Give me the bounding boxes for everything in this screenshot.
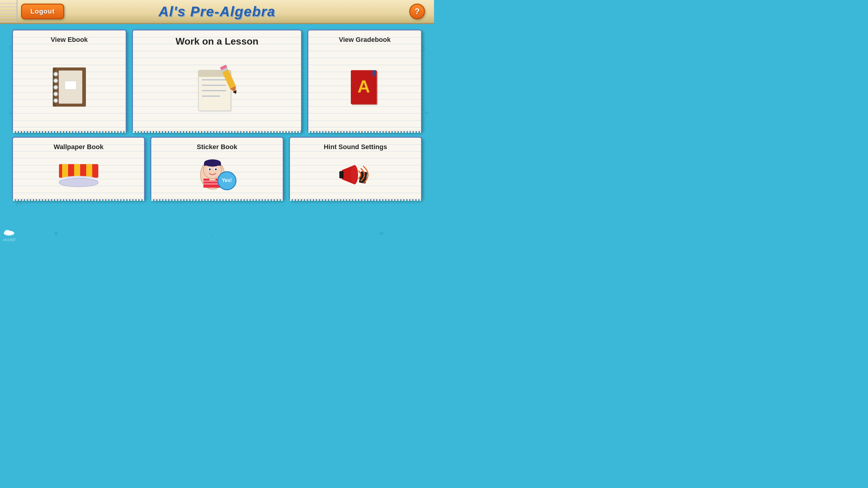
svg-point-22 [54,78,58,83]
ebook-icon [53,67,86,107]
svg-text:⚙: ⚙ [380,231,384,236]
logout-button[interactable]: Logout [21,4,64,19]
svg-point-24 [54,92,58,96]
cloud-icon [3,228,15,237]
work-lesson-card[interactable]: Work on a Lesson [132,30,302,132]
view-gradebook-card[interactable]: View Gradebook A [307,30,422,132]
svg-text:⚙: ⚙ [54,231,58,236]
wallpaper-book-title: Wallpaper Book [54,143,103,151]
app-title: Al's Pre-Algebra [158,3,276,20]
view-ebook-icon-area [53,47,86,127]
view-ebook-title: View Ebook [51,36,88,44]
grade-letter: A [358,76,370,96]
svg-rect-43 [56,164,101,178]
svg-text:♪: ♪ [211,234,213,239]
svg-point-61 [209,168,211,170]
hint-sound-icon-area [333,155,378,195]
svg-rect-70 [339,171,344,178]
svg-rect-20 [65,81,76,90]
wallpaper-book-card[interactable]: Wallpaper Book [12,137,145,200]
svg-point-73 [8,231,13,235]
svg-rect-64 [204,163,221,166]
view-gradebook-title: View Gradebook [339,36,391,44]
top-card-row: View Ebook [12,30,422,132]
wallpaper-svg [56,161,101,188]
lesson-svg [193,62,241,116]
ebook-svg [53,67,86,107]
svg-point-69 [351,165,358,184]
svg-point-23 [54,85,58,90]
view-gradebook-icon-area: A [350,47,380,127]
speaker-svg [333,160,378,190]
cloud-svg [3,228,15,236]
wallpaper-icon-area [56,155,101,195]
sticker-book-title: Sticker Book [197,143,238,151]
sticker-book-card[interactable]: Sticker Book [150,137,283,200]
gradebook-svg: A [350,69,380,105]
view-ebook-card[interactable]: View Ebook [12,30,127,132]
app-header: Logout Al's Pre-Algebra ? [0,0,434,24]
svg-text:Yes!: Yes! [222,178,232,183]
help-button[interactable]: ? [409,4,425,19]
svg-text:✏: ✏ [425,110,429,116]
svg-point-25 [54,98,58,103]
version-text: v4.0.837 [3,238,16,241]
bottom-card-row: Wallpaper Book [12,137,422,200]
svg-point-62 [215,168,217,170]
work-lesson-icon-area [193,51,241,127]
work-lesson-title: Work on a Lesson [176,36,258,47]
hint-sound-card[interactable]: Hint Sound Settings [289,137,422,200]
sticker-svg: Yes! [196,158,238,191]
main-content: ★ ★ ☕ ☕ 🎵 🎵 ⚙ ⚙ ✏ ✏ ♪ 🔦 🔦 View Ebook [0,24,434,244]
sticker-icon-area: Yes! [196,155,238,195]
svg-point-21 [54,72,58,76]
hint-sound-title: Hint Sound Settings [324,143,387,151]
